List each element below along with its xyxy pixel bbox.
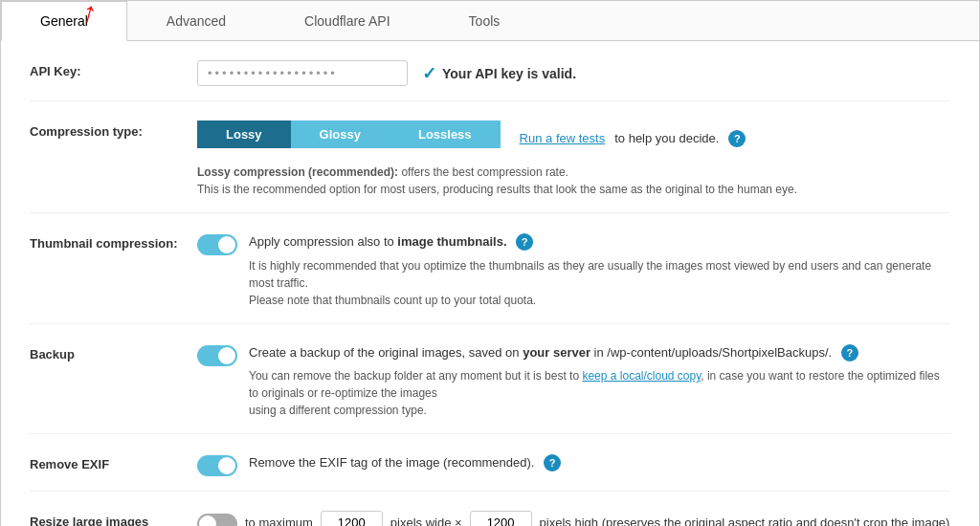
resize-controls-row: to maximum pixels wide × pixels high (pr…: [197, 511, 950, 526]
compression-label: Compression type:: [30, 121, 197, 139]
backup-content: Create a backup of the original images, …: [197, 343, 950, 420]
backup-row: Backup Create a backup of the original i…: [30, 343, 950, 435]
api-valid-indicator: ✓ Your API key is valid.: [422, 63, 576, 84]
thumbnail-desc: It is highly recommended that you optimi…: [249, 257, 950, 309]
checkmark-icon: ✓: [422, 63, 436, 84]
remove-exif-row: Remove EXIF Remove the EXIF tag of the i…: [30, 453, 950, 492]
thumbnail-toggle-container: Apply compression also to image thumbnai…: [197, 232, 950, 309]
remove-exif-toggle-container: Remove the EXIF tag of the image (recomm…: [197, 453, 950, 476]
compression-content: Lossy Glossy Lossless Run a few tests to…: [197, 121, 950, 198]
settings-page: General Advanced Cloudflare API Tools ↑ …: [0, 0, 980, 526]
settings-content: API Key: ✓ Your API key is valid. Compre…: [1, 41, 979, 526]
compression-extra: Run a few tests to help you decide. ?: [520, 130, 746, 147]
backup-desc: You can remove the backup folder at any …: [249, 367, 950, 419]
backup-toggle-container: Create a backup of the original images, …: [197, 343, 950, 420]
thumbnail-main-text: Apply compression also to image thumbnai…: [249, 234, 533, 249]
compression-glossy-btn[interactable]: Glossy: [291, 121, 390, 148]
remove-exif-toggle[interactable]: [197, 455, 237, 476]
api-key-input-row: ✓ Your API key is valid.: [197, 60, 950, 86]
comp-desc2: This is the recommended option for most …: [197, 183, 797, 196]
backup-label: Backup: [30, 343, 197, 362]
api-key-input[interactable]: [197, 60, 408, 86]
resize-toggle[interactable]: [197, 514, 237, 527]
compression-buttons: Lossy Glossy Lossless: [197, 121, 501, 148]
compression-top-row: Lossy Glossy Lossless Run a few tests to…: [197, 121, 950, 156]
run-tests-link[interactable]: Run a few tests: [520, 131, 606, 145]
thumbnail-toggle-text: Apply compression also to image thumbnai…: [249, 232, 950, 309]
compression-lossless-btn[interactable]: Lossless: [390, 121, 501, 148]
remove-exif-content: Remove the EXIF tag of the image (recomm…: [197, 453, 950, 476]
resize-pixels-wide-text: pixels wide ×: [390, 515, 462, 526]
thumbnail-content: Apply compression also to image thumbnai…: [197, 232, 950, 309]
tab-advanced[interactable]: Advanced: [127, 1, 265, 40]
resize-content: to maximum pixels wide × pixels high (pr…: [197, 511, 950, 526]
compression-help-icon[interactable]: ?: [728, 130, 746, 147]
resize-label: Resize large images: [30, 511, 197, 526]
api-valid-text: Your API key is valid.: [442, 66, 576, 81]
remove-exif-main-text: Remove the EXIF tag of the image (recomm…: [249, 455, 534, 470]
thumbnail-label: Thumbnail compression:: [30, 232, 197, 251]
backup-toggle[interactable]: [197, 345, 237, 366]
comp-desc-rest: offers the best compression rate.: [398, 165, 568, 179]
api-key-row: API Key: ✓ Your API key is valid.: [30, 60, 950, 101]
resize-row: Resize large images to maximum pixels wi…: [30, 511, 950, 526]
comp-desc-bold: Lossy compression (recommended):: [197, 165, 398, 179]
backup-main-text: Create a backup of the original images, …: [249, 345, 858, 360]
remove-exif-toggle-text: Remove the EXIF tag of the image (recomm…: [249, 453, 561, 472]
remove-exif-label: Remove EXIF: [30, 453, 197, 471]
resize-height-input[interactable]: [470, 511, 532, 526]
tab-cloudflare[interactable]: Cloudflare API: [265, 1, 430, 40]
thumbnail-help-icon[interactable]: ?: [516, 233, 533, 251]
resize-width-input[interactable]: [321, 511, 383, 526]
api-key-label: API Key:: [30, 60, 197, 78]
thumbnail-toggle[interactable]: [197, 234, 237, 255]
resize-pixels-high-text: pixels high (preserves the original aspe…: [540, 515, 950, 526]
api-key-content: ✓ Your API key is valid.: [197, 60, 950, 86]
backup-toggle-text: Create a backup of the original images, …: [249, 343, 950, 420]
compression-description: Lossy compression (recommended): offers …: [197, 164, 950, 198]
backup-link[interactable]: keep a local/cloud copy: [582, 369, 701, 383]
tabs-bar: General Advanced Cloudflare API Tools ↑: [1, 1, 979, 41]
tab-general[interactable]: General: [1, 1, 127, 41]
resize-to-maximum-text: to maximum: [245, 515, 313, 526]
thumbnail-compression-row: Thumbnail compression: Apply compression…: [30, 232, 950, 324]
backup-help-icon[interactable]: ?: [841, 344, 858, 362]
compression-type-row: Compression type: Lossy Glossy Lossless …: [30, 121, 950, 213]
tab-tools[interactable]: Tools: [430, 1, 540, 40]
compression-lossy-btn[interactable]: Lossy: [197, 121, 291, 148]
run-tests-suffix: to help you decide.: [614, 131, 719, 145]
remove-exif-help-icon[interactable]: ?: [544, 454, 561, 471]
